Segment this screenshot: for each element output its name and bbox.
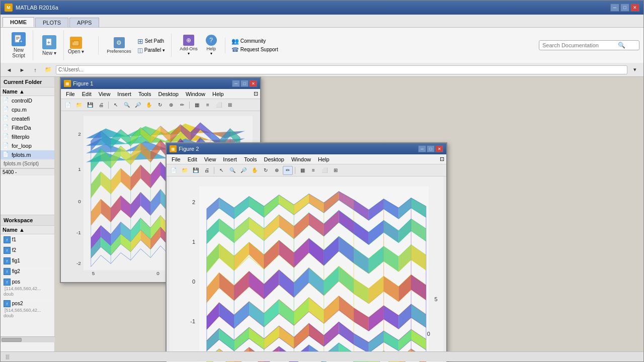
fig2-tb-brush[interactable]: ✏ — [283, 166, 293, 175]
svg-text:-2: -2 — [76, 260, 81, 266]
table-row[interactable]: f fig1 — [2, 256, 53, 266]
figure2-maximize[interactable]: □ — [427, 145, 435, 152]
fig2-undock-icon[interactable]: ⊡ — [440, 156, 444, 162]
file-icon: 📄 — [3, 115, 10, 122]
fig2-tb-subplot[interactable]: ⊞ — [331, 166, 341, 175]
fig1-tb-rotate[interactable]: ↻ — [155, 101, 165, 110]
figure1-close[interactable]: ✕ — [249, 80, 257, 87]
new-button[interactable]: + New ▾ — [39, 34, 59, 57]
search-input[interactable] — [542, 42, 618, 48]
app-title: MATLAB R2016a — [16, 5, 58, 11]
list-item[interactable]: 📄 FilterDa — [1, 123, 54, 132]
fig2-tb-zoom-out[interactable]: 🔎 — [238, 166, 249, 175]
matlab-window: M MATLAB R2016a ─ □ ✕ HOME PLOTS APPS — [0, 0, 644, 362]
table-row[interactable]: f f1 — [2, 235, 53, 245]
fig1-tb-colorbar[interactable]: ▦ — [192, 101, 202, 110]
figure2-minimize[interactable]: ─ — [418, 145, 426, 152]
fig1-undock-icon[interactable]: ⊡ — [254, 90, 258, 97]
table-row[interactable]: f f2 — [2, 246, 53, 255]
fig1-menu-desktop[interactable]: Desktop — [155, 90, 182, 98]
fig2-menu-view[interactable]: View — [201, 155, 219, 163]
scrollbar-h[interactable] — [1, 336, 54, 342]
fig1-tb-cursor[interactable]: ↖ — [111, 101, 121, 110]
tab-home[interactable]: HOME — [3, 17, 34, 27]
fig2-tb-cursor[interactable]: ↖ — [216, 166, 226, 175]
fig2-menu-file[interactable]: File — [169, 155, 184, 163]
addons-button[interactable]: ⊕ Add-Ons ▾ — [178, 34, 200, 57]
fig2-tb-new[interactable]: 📄 — [169, 166, 179, 175]
set-path-button[interactable]: ⊞ Set Path — [137, 37, 165, 45]
tab-apps[interactable]: APPS — [69, 18, 99, 27]
table-row[interactable]: f pos [114,665,560,42... doub — [2, 278, 53, 298]
fig1-tb-zoom-in[interactable]: 🔍 — [122, 101, 132, 110]
browse-button[interactable]: 📁 — [43, 65, 54, 75]
help-button[interactable]: ? Help ▾ — [204, 34, 219, 57]
fig2-menu-tools[interactable]: Tools — [241, 155, 260, 163]
fig2-tb-rotate[interactable]: ↻ — [261, 166, 271, 175]
list-item[interactable]: 📄 cpu.m — [1, 105, 54, 114]
minimize-button[interactable]: ─ — [610, 4, 619, 12]
fig2-menu-insert[interactable]: Insert — [220, 155, 240, 163]
table-row[interactable]: f fig2 — [2, 267, 53, 277]
maximize-button[interactable]: □ — [620, 4, 629, 12]
fig1-menu-edit[interactable]: Edit — [79, 90, 95, 98]
parallel-button[interactable]: ◫ Parallel ▾ — [137, 47, 165, 54]
list-item[interactable]: 📄 filterplo — [1, 132, 54, 141]
figure2-window: ▦ Figure 2 ─ □ ✕ File Edit View Insert T… — [166, 142, 447, 362]
fig1-tb-save[interactable]: 💾 — [85, 101, 95, 110]
fig2-menu-window[interactable]: Window — [288, 155, 314, 163]
nav-fwd-button[interactable]: ► — [17, 65, 28, 75]
request-support-button[interactable]: ☎ Request Support — [231, 46, 278, 53]
fig2-tb-print[interactable]: 🖨 — [202, 166, 212, 175]
fig1-menu-insert[interactable]: Insert — [114, 90, 134, 98]
fig2-menu-edit[interactable]: Edit — [185, 155, 200, 163]
fig1-tb-new[interactable]: 📄 — [63, 101, 73, 110]
fig2-tb-tile[interactable]: ⬜ — [319, 166, 330, 175]
fig2-tb-legend[interactable]: ≡ — [308, 166, 318, 175]
fig2-tb-open[interactable]: 📁 — [180, 166, 190, 175]
browse2-button[interactable]: ▾ — [629, 65, 640, 75]
figure2-menubar: File Edit View Insert Tools Desktop Wind… — [167, 154, 446, 164]
fig2-menu-desktop[interactable]: Desktop — [261, 155, 287, 163]
fig1-menu-window[interactable]: Window — [183, 90, 208, 98]
close-button[interactable]: ✕ — [630, 4, 639, 12]
fig1-tb-hide[interactable]: ⬜ — [214, 101, 224, 110]
table-row[interactable]: f pos2 [514,565,560,42... doub — [2, 299, 53, 320]
nav-up-button[interactable]: ↑ — [30, 65, 41, 75]
nav-back-button[interactable]: ◄ — [4, 65, 15, 75]
fig1-tb-print[interactable]: 🖨 — [96, 101, 106, 110]
open-button[interactable]: Open ▾ — [66, 37, 86, 54]
svg-text:+: + — [47, 40, 50, 45]
figure1-minimize[interactable]: ─ — [232, 80, 240, 87]
fig1-tb-legend[interactable]: ≡ — [203, 101, 213, 110]
fig1-tb-subplot[interactable]: ⊞ — [225, 101, 235, 110]
list-item[interactable]: 📄 createfi — [1, 114, 54, 123]
scroll-thumb[interactable] — [2, 338, 22, 342]
fig2-tb-save[interactable]: 💾 — [191, 166, 201, 175]
path-field[interactable]: C:\Users\... — [56, 65, 627, 74]
figure1-maximize[interactable]: □ — [240, 80, 249, 87]
fig1-menu-view[interactable]: View — [96, 90, 114, 98]
fig2-tb-datacursor[interactable]: ⊕ — [272, 166, 282, 175]
fig1-menu-file[interactable]: File — [63, 90, 78, 98]
fig1-tb-pan[interactable]: ✋ — [144, 101, 154, 110]
list-item[interactable]: 📄 fplots.m — [1, 150, 54, 159]
fig1-tb-open[interactable]: 📁 — [74, 101, 84, 110]
fig2-tb-colorbar[interactable]: ▦ — [297, 166, 307, 175]
list-item[interactable]: 📄 controlD — [1, 96, 54, 105]
fig1-tb-zoom-out[interactable]: 🔎 — [133, 101, 143, 110]
list-item[interactable]: 📄 for_loop — [1, 141, 54, 150]
preferences-button[interactable]: ⚙ Preferences — [105, 36, 133, 55]
new-script-button[interactable]: + New Script — [9, 31, 29, 59]
fig1-menu-help[interactable]: Help — [209, 90, 227, 98]
fig2-tb-zoom-in[interactable]: 🔍 — [227, 166, 237, 175]
fig1-menu-tools[interactable]: Tools — [135, 90, 154, 98]
search-box[interactable]: 🔍 — [539, 40, 639, 50]
fig2-menu-help[interactable]: Help — [315, 155, 333, 163]
fig1-tb-datacursor[interactable]: ⊕ — [166, 101, 176, 110]
fig1-tb-brush[interactable]: ✏ — [177, 101, 187, 110]
tab-plots[interactable]: PLOTS — [35, 18, 68, 27]
community-button[interactable]: 👥 Community — [231, 38, 278, 45]
fig2-tb-pan[interactable]: ✋ — [250, 166, 260, 175]
figure2-close[interactable]: ✕ — [435, 145, 443, 152]
